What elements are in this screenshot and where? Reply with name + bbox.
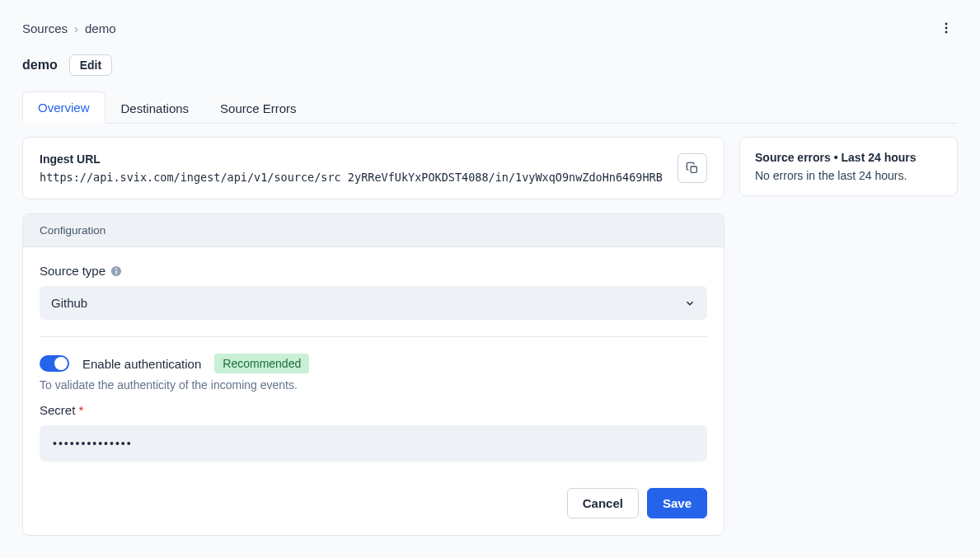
ingest-url-value: https://api.svix.com/ingest/api/v1/sourc… (40, 171, 668, 184)
svg-point-1 (945, 27, 948, 30)
tabs: Overview Destinations Source Errors (22, 91, 958, 124)
divider (40, 336, 707, 337)
source-type-value: Github (51, 296, 87, 310)
tab-source-errors[interactable]: Source Errors (204, 91, 312, 124)
cancel-button[interactable]: Cancel (567, 488, 639, 518)
edit-button[interactable]: Edit (69, 54, 112, 76)
kebab-icon (940, 21, 953, 35)
source-errors-card: Source errors • Last 24 hours No errors … (739, 137, 958, 196)
more-options-button[interactable] (935, 16, 958, 40)
svg-point-2 (945, 31, 948, 34)
secret-label: Secret * (40, 403, 707, 417)
save-button[interactable]: Save (647, 488, 707, 518)
configuration-card: Configuration Source type Github Enable … (22, 213, 724, 536)
breadcrumb-separator: › (74, 21, 78, 35)
tab-overview[interactable]: Overview (22, 91, 106, 124)
tab-destinations[interactable]: Destinations (106, 91, 205, 124)
source-type-select[interactable]: Github (40, 286, 707, 320)
configuration-header: Configuration (23, 214, 724, 247)
toggle-knob (54, 357, 68, 370)
required-asterisk: * (79, 403, 84, 417)
svg-point-0 (945, 23, 948, 26)
svg-rect-5 (115, 270, 116, 274)
breadcrumb-root[interactable]: Sources (22, 21, 68, 35)
svg-point-6 (115, 268, 117, 270)
secret-input[interactable] (40, 425, 707, 462)
breadcrumb: Sources › demo (22, 21, 116, 35)
info-icon (110, 265, 122, 277)
svg-rect-3 (691, 166, 696, 172)
copy-url-button[interactable] (678, 153, 707, 183)
enable-auth-label: Enable authentication (82, 357, 201, 371)
source-errors-title: Source errors • Last 24 hours (755, 151, 942, 164)
page-title: demo (22, 58, 58, 73)
recommended-badge: Recommended (214, 354, 309, 373)
chevron-down-icon (684, 298, 696, 309)
ingest-url-label: Ingest URL (40, 152, 668, 166)
source-errors-body: No errors in the last 24 hours. (755, 169, 942, 182)
breadcrumb-current: demo (85, 21, 116, 35)
auth-help-text: To validate the authenticity of the inco… (40, 378, 707, 392)
ingest-url-card: Ingest URL https://api.svix.com/ingest/a… (22, 137, 724, 199)
source-type-label: Source type (40, 264, 707, 278)
copy-icon (686, 162, 699, 175)
enable-auth-toggle[interactable] (40, 355, 69, 372)
